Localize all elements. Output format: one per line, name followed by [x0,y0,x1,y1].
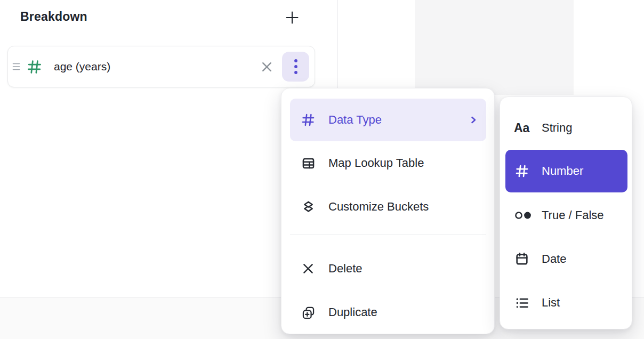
breakdown-field-chip[interactable]: age (years) [7,46,315,87]
field-options-menu: Data Type Map Lookup Table [281,88,495,334]
menu-divider [290,235,486,235]
field-name: age (years) [54,60,110,73]
chevron-right-icon [468,115,479,125]
hash-icon [301,112,316,127]
number-type-icon [25,59,43,75]
menu-item-duplicate[interactable]: Duplicate [290,290,486,334]
breakdown-title: Breakdown [20,10,87,24]
field-options-button[interactable] [282,52,309,82]
menu-item-label: Duplicate [328,305,377,319]
boolean-circles-icon [514,211,533,220]
menu-item-label: Map Lookup Table [328,156,424,170]
remove-field-icon[interactable] [257,58,276,76]
menu-item-delete[interactable]: Delete [290,247,486,290]
table-icon [301,156,316,171]
submenu-item-list[interactable]: List [505,281,627,325]
submenu-item-label: String [542,121,572,135]
hash-icon [514,164,530,179]
submenu-item-number[interactable]: Number [505,150,627,192]
plus-icon [284,10,300,26]
menu-item-label: Delete [328,262,363,276]
submenu-item-string[interactable]: Aa String [505,106,627,150]
submenu-item-label: True / False [542,208,604,222]
chart-area-placeholder [415,0,574,95]
submenu-item-label: List [542,296,560,310]
menu-item-label: Data Type [328,113,382,127]
duplicate-icon [301,305,316,320]
drag-handle-icon[interactable] [10,61,22,72]
string-aa-icon: Aa [514,121,533,135]
submenu-item-label: Date [542,252,566,266]
kebab-icon [294,58,298,76]
calendar-icon [514,252,530,267]
menu-item-label: Customize Buckets [328,200,429,214]
submenu-item-true-false[interactable]: True / False [505,193,627,237]
submenu-item-label: Number [542,164,583,178]
layers-icon [301,200,316,214]
data-type-submenu: Aa String Number True / False [500,96,632,329]
menu-item-map-lookup-table[interactable]: Map Lookup Table [290,141,486,185]
add-breakdown-button[interactable] [282,7,302,28]
submenu-item-date[interactable]: Date [505,237,627,281]
delete-x-icon [301,262,316,276]
list-icon [514,296,530,310]
app-canvas: Breakdown age (years) [0,0,644,339]
menu-item-customize-buckets[interactable]: Customize Buckets [290,185,486,229]
menu-item-data-type[interactable]: Data Type [290,99,486,141]
